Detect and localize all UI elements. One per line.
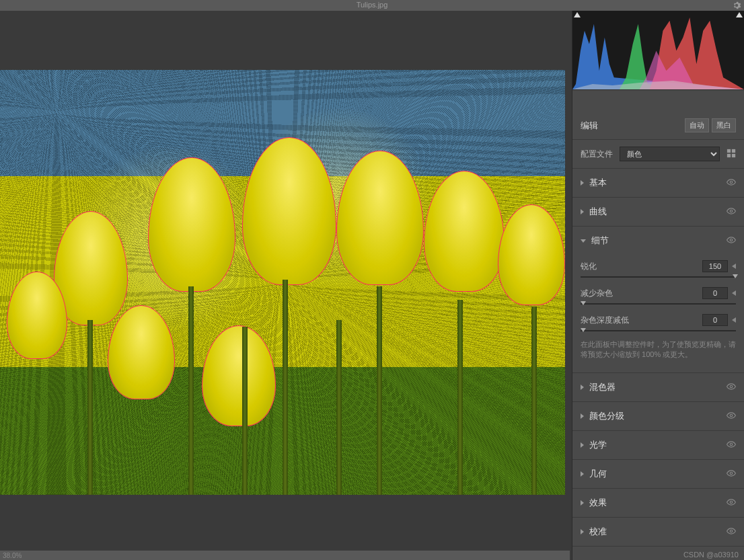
highlight-clip-icon[interactable] — [736, 12, 743, 17]
panel-title: 效果 — [589, 497, 607, 509]
auto-button[interactable]: 自动 — [685, 118, 709, 132]
eye-icon[interactable] — [727, 207, 736, 216]
svg-rect-0 — [727, 149, 731, 152]
profile-row: 配置文件 颜色 — [572, 140, 744, 169]
eye-icon[interactable] — [727, 498, 736, 508]
noise-slider[interactable] — [581, 303, 736, 305]
eye-icon[interactable] — [727, 469, 736, 479]
panel-title: 光学 — [589, 439, 607, 451]
panel-title: 颜色分级 — [589, 410, 624, 422]
canvas-area — [0, 11, 570, 542]
reset-icon[interactable] — [732, 290, 736, 296]
panel-title: 曲线 — [589, 206, 607, 218]
title-bar: Tulips.jpg — [0, 0, 744, 11]
svg-rect-2 — [727, 153, 731, 157]
svg-point-12 — [730, 530, 733, 532]
panel-title: 校准 — [589, 526, 607, 538]
histogram[interactable] — [572, 11, 744, 90]
chevron-right-icon — [581, 385, 584, 390]
svg-point-7 — [730, 385, 733, 388]
eye-icon[interactable] — [727, 527, 736, 536]
panel-optics[interactable]: 光学 — [572, 431, 744, 460]
profile-select[interactable]: 颜色 — [620, 147, 720, 161]
color-noise-label: 杂色深度减低 — [581, 315, 629, 326]
image-canvas[interactable] — [0, 70, 565, 495]
panel-detail: 细节 锐化 减少杂色 杂色深度减低 — [572, 227, 744, 373]
panel-detail-header[interactable]: 细节 — [572, 227, 744, 255]
chevron-right-icon — [581, 442, 584, 448]
eye-icon[interactable] — [727, 236, 736, 245]
noise-input[interactable] — [702, 287, 728, 299]
chevron-right-icon — [581, 413, 584, 419]
chevron-down-icon — [581, 239, 586, 243]
edit-panel: 编辑 自动 黑白 配置文件 颜色 基本 曲线 — [572, 11, 744, 560]
panel-title: 几何 — [589, 468, 607, 480]
eye-icon[interactable] — [727, 440, 736, 450]
profile-browser-icon[interactable] — [727, 149, 736, 160]
panel-mixer[interactable]: 混色器 — [572, 373, 744, 402]
chevron-right-icon — [581, 500, 584, 506]
detail-hint: 在此面板中调整控件时，为了使预览更精确，请将预览大小缩放到 100% 或更大。 — [581, 335, 736, 364]
noise-label: 减少杂色 — [581, 288, 613, 299]
panel-title: 细节 — [591, 235, 609, 247]
panel-title: 基本 — [589, 177, 607, 189]
sharpen-slider[interactable] — [581, 276, 736, 278]
panel-basic[interactable]: 基本 — [572, 169, 744, 198]
svg-point-4 — [730, 181, 733, 184]
svg-point-10 — [730, 472, 733, 475]
chevron-right-icon — [581, 471, 584, 477]
svg-point-11 — [730, 501, 733, 504]
status-bar: 38.0% — [0, 551, 570, 560]
color-noise-input[interactable] — [702, 314, 728, 326]
file-title: Tulips.jpg — [357, 1, 388, 9]
panel-grading[interactable]: 颜色分级 — [572, 402, 744, 431]
panel-calibration[interactable]: 校准 — [572, 518, 744, 547]
watermark: CSDN @a03910 — [683, 551, 739, 559]
chevron-right-icon — [581, 529, 584, 534]
eye-icon[interactable] — [727, 411, 736, 421]
chevron-right-icon — [581, 209, 584, 214]
svg-point-8 — [730, 414, 733, 417]
bw-button[interactable]: 黑白 — [712, 118, 736, 132]
svg-point-5 — [730, 210, 733, 212]
edit-header-section: 编辑 自动 黑白 — [572, 109, 744, 140]
svg-rect-3 — [732, 153, 735, 157]
reset-icon[interactable] — [732, 317, 736, 323]
panel-title: 混色器 — [589, 381, 616, 393]
zoom-level[interactable]: 38.0% — [3, 552, 22, 559]
chevron-right-icon — [581, 180, 584, 186]
profile-label: 配置文件 — [581, 149, 613, 160]
panel-geometry[interactable]: 几何 — [572, 460, 744, 489]
reset-icon[interactable] — [732, 264, 736, 269]
panel-effects[interactable]: 效果 — [572, 489, 744, 518]
sharpen-input[interactable] — [702, 260, 728, 272]
shadow-clip-icon[interactable] — [574, 12, 581, 17]
color-noise-slider[interactable] — [581, 330, 736, 331]
eye-icon[interactable] — [727, 383, 736, 392]
svg-point-6 — [730, 239, 733, 241]
eye-icon[interactable] — [727, 178, 736, 188]
svg-rect-1 — [732, 149, 735, 152]
svg-point-9 — [730, 443, 733, 446]
panel-curves[interactable]: 曲线 — [572, 198, 744, 227]
sharpen-label: 锐化 — [581, 261, 597, 272]
edit-title: 编辑 — [581, 120, 598, 132]
